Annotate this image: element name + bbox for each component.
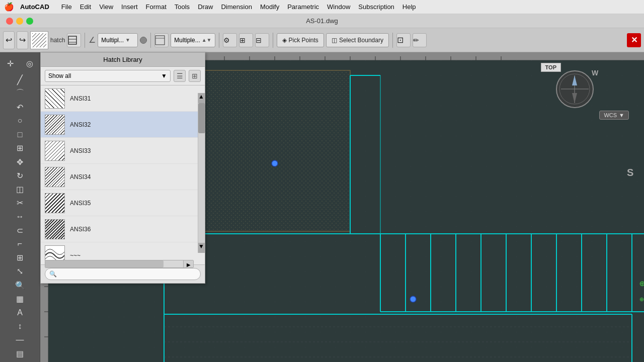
hatch-item-ansi35[interactable]: ANSI35 <box>41 190 205 216</box>
hatch-filter-arrow: ▼ <box>161 72 167 79</box>
menu-subscription[interactable]: Subscription <box>354 3 398 11</box>
tool-hatch[interactable]: ▦ <box>11 293 29 305</box>
svg-marker-87 <box>572 93 577 103</box>
pattern-button[interactable] <box>154 33 169 47</box>
pick-points-button[interactable]: ◈ Pick Points <box>277 33 324 47</box>
hatch-item-ansi32[interactable]: ANSI32 <box>41 112 205 138</box>
svg-point-70 <box>410 296 416 302</box>
svg-text:W: W <box>592 69 599 77</box>
menu-help[interactable]: Help <box>398 3 420 11</box>
hatch-settings-button[interactable]: ✏ <box>413 33 427 47</box>
tool-extend[interactable]: ↔ <box>11 210 29 223</box>
hatch-preview-ansi33 <box>45 141 65 161</box>
tool-trim[interactable]: ✂ <box>11 197 29 209</box>
separator-4 <box>273 33 273 48</box>
hatch-icon <box>32 33 46 47</box>
tool-zoom[interactable]: 🔍 <box>11 279 29 292</box>
menu-edit[interactable]: Edit <box>76 3 95 11</box>
pattern-ansi36 <box>45 220 64 239</box>
hatch-item-ansi36[interactable]: ANSI36 <box>41 216 205 242</box>
tool-region[interactable]: ⊞ <box>11 142 29 154</box>
apple-menu[interactable]: 🍎 <box>4 2 14 12</box>
tool-gradient[interactable]: ▤ <box>11 347 29 360</box>
menu-insert[interactable]: Insert <box>117 3 142 11</box>
undo-button[interactable]: ↩ <box>3 31 15 49</box>
multiple-dropdown-2[interactable]: Multiple... ▲▼ <box>171 33 215 47</box>
tool-move[interactable]: ✥ <box>11 155 29 168</box>
hatch-search-input[interactable] <box>45 268 201 280</box>
menu-dimension[interactable]: Dimension <box>217 3 256 11</box>
scrollbar-thumb[interactable] <box>198 103 205 133</box>
close-toolbar-button[interactable]: ✕ <box>627 33 641 47</box>
tool-pan[interactable]: ✛ <box>2 54 20 72</box>
menu-modify[interactable]: Modify <box>256 3 283 11</box>
grid-view-button[interactable]: ⊞ <box>189 70 201 82</box>
select-boundary-label: Select Boundary <box>339 37 383 44</box>
list-view-button[interactable]: ☰ <box>174 70 186 82</box>
hatch-item-ansi34[interactable]: ANSI34 <box>41 164 205 190</box>
app-name[interactable]: AutoCAD <box>20 3 49 11</box>
menu-view[interactable]: View <box>95 3 117 11</box>
match-properties-button[interactable]: ⊡ <box>396 33 411 47</box>
tool-dash[interactable]: — <box>11 333 29 346</box>
tool-scale[interactable]: ⤡ <box>11 265 29 278</box>
tool-line[interactable]: ╱ <box>11 73 29 86</box>
select-boundary-button[interactable]: ◫ Select Boundary <box>326 33 389 47</box>
menu-format[interactable]: Format <box>142 3 171 11</box>
delete-button[interactable]: ⊟ <box>255 33 269 47</box>
redo-button[interactable]: ↪ <box>17 31 28 49</box>
tool-offset[interactable]: ⊂ <box>11 224 29 237</box>
svg-text:⊕⊕⊕: ⊕⊕⊕ <box>639 278 644 289</box>
pick-points-icon: ◈ <box>282 37 287 44</box>
hatch-list: ANSI31 ANSI32 ANSI33 ANSI34 <box>41 85 205 264</box>
hatch-label-ansi34: ANSI34 <box>70 173 91 180</box>
hatch-item-ansi33[interactable]: ANSI33 <box>41 138 205 164</box>
wcs-indicator[interactable]: WCS ▼ <box>599 111 629 120</box>
hatch-preview <box>30 31 48 49</box>
maximize-button[interactable] <box>26 18 33 25</box>
separator-5 <box>392 33 393 48</box>
properties-button[interactable]: ⚙ <box>223 33 237 47</box>
tool-array[interactable]: ⊞ <box>11 251 29 264</box>
menu-draw[interactable]: Draw <box>194 3 217 11</box>
tool-arc[interactable]: ↶ <box>11 101 29 113</box>
scrollbar-down[interactable]: ▼ <box>198 243 205 253</box>
minimize-button[interactable] <box>16 18 23 25</box>
hatch-item-ansi31[interactable]: ANSI31 <box>41 85 205 112</box>
tool-mirror[interactable]: ◫ <box>11 183 29 196</box>
menu-file[interactable]: File <box>57 3 76 11</box>
hatch-label: hatch <box>50 37 65 44</box>
menu-window[interactable]: Window <box>323 3 354 11</box>
scroll-right-button[interactable]: ▶ <box>183 260 193 268</box>
svg-point-69 <box>272 160 278 166</box>
hatch-preview-ansi35 <box>45 193 65 213</box>
tool-target[interactable]: ◎ <box>21 54 39 72</box>
menu-tools[interactable]: Tools <box>171 3 194 11</box>
square-pattern-button[interactable] <box>67 33 81 47</box>
hatch-preview-ansi36 <box>45 219 65 239</box>
window-title: AS-01.dwg <box>306 17 338 25</box>
pattern-ansi34 <box>45 167 64 187</box>
svg-rect-3 <box>155 36 165 45</box>
menu-parametric[interactable]: Parametric <box>283 3 323 11</box>
scrollbar-up[interactable]: ▲ <box>198 93 205 103</box>
tool-circle[interactable]: ○ <box>11 115 29 127</box>
window-controls <box>6 18 33 25</box>
separator-3 <box>219 33 219 48</box>
hatch-filter-label: Show all <box>48 72 71 79</box>
copy-button[interactable]: ⊞ <box>239 33 253 47</box>
tool-rotate[interactable]: ↻ <box>11 169 29 182</box>
tool-fillet[interactable]: ⌐ <box>11 238 29 250</box>
close-button[interactable] <box>6 18 13 25</box>
pattern-ansi32 <box>45 115 64 134</box>
multiple-dropdown-1[interactable]: Multipl... ▼ <box>98 33 138 47</box>
titlebar: AS-01.dwg <box>0 14 644 28</box>
hatch-filter-dropdown[interactable]: Show all ▼ <box>45 70 171 82</box>
tool-dimension[interactable]: ↕ <box>11 320 29 332</box>
pick-points-label: Pick Points <box>289 37 318 44</box>
tool-polyline[interactable]: ⌒ <box>11 87 29 100</box>
top-text: TOP <box>545 64 556 70</box>
tool-text[interactable]: A <box>11 306 29 319</box>
tool-rectangle[interactable]: □ <box>11 128 29 141</box>
svg-text:S: S <box>627 167 633 178</box>
